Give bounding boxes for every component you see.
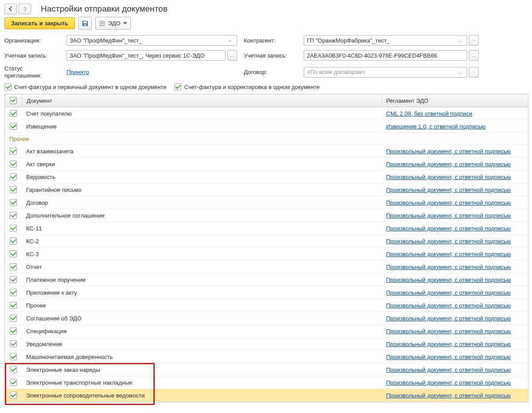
reglament-link[interactable]: Произвольный документ, с ответной подпис…	[386, 161, 511, 168]
row-checkbox[interactable]	[10, 238, 17, 245]
reglament-link[interactable]: Извещение 1.0, с ответной подписью	[386, 123, 485, 130]
col-doc-header[interactable]: Документ	[22, 94, 382, 107]
reglament-link[interactable]: Произвольный документ, с ответной подпис…	[386, 277, 511, 283]
org-label: Организация:	[4, 37, 60, 44]
more-icon[interactable]: …	[456, 37, 464, 44]
table-row[interactable]: СпецификацияПроизвольный документ, с отв…	[5, 325, 528, 338]
account-label: Учетная запись:	[4, 52, 60, 59]
row-checkbox[interactable]	[10, 302, 17, 309]
table-row[interactable]: КС-11Произвольный документ, с ответной п…	[5, 222, 528, 235]
table-row[interactable]: ОтчетПроизвольный документ, с ответной п…	[5, 261, 528, 273]
row-checkbox[interactable]	[10, 263, 17, 270]
reglament-link[interactable]: Произвольный документ, с ответной подпис…	[386, 174, 511, 180]
table-row[interactable]: Платежное поручениеПроизвольный документ…	[5, 273, 528, 286]
table-row[interactable]: Акт сверкиПроизвольный документ, с ответ…	[5, 158, 528, 171]
reglament-link[interactable]: Произвольный документ, с ответной подпис…	[386, 148, 511, 155]
nav-back-button[interactable]	[4, 4, 17, 14]
row-checkbox[interactable]	[10, 199, 17, 206]
row-checkbox[interactable]	[10, 379, 17, 386]
reglament-link[interactable]: Произвольный документ, с ответной подпис…	[386, 212, 511, 219]
reglament-link[interactable]: Произвольный документ, с ответной подпис…	[386, 366, 511, 373]
reglament-link[interactable]: Произвольный документ, с ответной подпис…	[386, 392, 511, 399]
edo-dropdown[interactable]: ЭДО	[95, 17, 131, 30]
row-doc-cell: Дополнительное соглашение	[22, 209, 382, 222]
check-invoice-correction[interactable]: Счет-фактура и корректировка в одном док…	[174, 83, 320, 90]
account2-label: Учетная запись:	[244, 52, 297, 59]
row-checkbox[interactable]	[10, 148, 17, 155]
table-row[interactable]: ИзвещениеИзвещение 1.0, с ответной подпи…	[5, 120, 528, 133]
row-checkbox[interactable]	[10, 186, 17, 193]
row-checkbox[interactable]	[10, 289, 17, 296]
table-row[interactable]: Акт взаимозачетаПроизвольный документ, с…	[5, 145, 528, 158]
row-checkbox[interactable]	[10, 276, 17, 283]
row-checkbox[interactable]	[10, 315, 17, 322]
table-row[interactable]: Счет покупателюCML 2.08, без ответной по…	[5, 107, 528, 120]
reglament-link[interactable]: Произвольный документ, с ответной подпис…	[386, 251, 511, 257]
account-more-button[interactable]: …	[227, 50, 237, 61]
more-icon[interactable]: …	[456, 69, 464, 76]
reglament-link[interactable]: Произвольный документ, с ответной подпис…	[386, 289, 511, 296]
row-checkbox[interactable]	[10, 160, 17, 168]
account2-field[interactable]: 2AEA3A0B3F0-4C6D-4023-978E-F99CED4FBB66	[304, 50, 467, 61]
account-field[interactable]: ЗАО "ПрофМедФин"_тест_, Через сервис 1С-…	[66, 50, 226, 61]
table-row[interactable]: Электронные транспортные накладныеПроизв…	[5, 376, 528, 389]
open-icon[interactable]: ▫	[226, 37, 234, 44]
row-doc-cell: Уведомление	[22, 338, 382, 350]
table-row[interactable]: КС-2Произвольный документ, с ответной по…	[5, 235, 528, 248]
row-checkbox[interactable]	[10, 353, 17, 360]
table-row[interactable]: Электронные заказ-нарядыПроизвольный док…	[5, 363, 528, 376]
col-reg-header[interactable]: Регламент ЭДО	[382, 94, 528, 107]
contract-label: Договор:	[244, 69, 297, 75]
contract-open-button[interactable]: ▫	[469, 67, 479, 78]
table-row[interactable]: Дополнительное соглашениеПроизвольный до…	[5, 209, 528, 222]
table-row[interactable]: Гарантийное письмоПроизвольный документ,…	[5, 183, 528, 196]
reglament-link[interactable]: Произвольный документ, с ответной подпис…	[386, 187, 511, 193]
counterparty-open-button[interactable]: ▫	[469, 35, 479, 46]
row-checkbox[interactable]	[10, 250, 17, 257]
reglament-link[interactable]: Произвольный документ, с ответной подпис…	[386, 199, 511, 206]
checkbox-icon	[174, 83, 181, 90]
row-checkbox[interactable]	[10, 327, 17, 335]
nav-forward-button[interactable]	[19, 4, 31, 14]
table-row[interactable]: Электронные сопроводительные ведомостиПр…	[5, 389, 528, 402]
table-row[interactable]: Приложение к актуПроизвольный документ, …	[5, 286, 528, 299]
reglament-link[interactable]: CML 2.08, без ответной подписи	[386, 110, 472, 117]
contract-field[interactable]: <По всем договорам>…	[304, 67, 467, 78]
check-invoice-primary[interactable]: Счет-фактура и первичный документ в одно…	[4, 83, 166, 90]
table-row[interactable]: ВедомостьПроизвольный документ, с ответн…	[5, 171, 528, 183]
table-row[interactable]: Машиночитаемая доверенностьПроизвольный …	[5, 351, 528, 363]
reglament-link[interactable]: Произвольный документ, с ответной подпис…	[386, 379, 511, 386]
row-checkbox[interactable]	[10, 110, 17, 117]
header-checkbox[interactable]	[10, 97, 17, 104]
reglament-link[interactable]: Произвольный документ, с ответной подпис…	[386, 225, 511, 232]
row-checkbox[interactable]	[10, 340, 17, 347]
row-doc-cell: Акт взаимозачета	[22, 145, 382, 157]
reglament-link[interactable]: Произвольный документ, с ответной подпис…	[386, 315, 511, 322]
table-row[interactable]: ДоговорПроизвольный документ, с ответной…	[5, 196, 528, 209]
reglament-link[interactable]: Произвольный документ, с ответной подпис…	[386, 238, 511, 245]
table-row[interactable]: ПрочееПроизвольный документ, с ответной …	[5, 299, 528, 312]
org-field[interactable]: ЗАО "ПрофМедФин"_тест_▫	[66, 35, 237, 46]
row-checkbox[interactable]	[10, 123, 17, 130]
row-checkbox[interactable]	[10, 212, 17, 219]
row-doc-cell: Электронные заказ-наряды	[22, 363, 382, 376]
row-checkbox[interactable]	[10, 173, 17, 180]
row-checkbox[interactable]	[10, 392, 17, 399]
status-link[interactable]: Принято	[66, 69, 89, 75]
reglament-link[interactable]: Произвольный документ, с ответной подпис…	[386, 328, 511, 335]
table-row[interactable]: УведомлениеПроизвольный документ, с отве…	[5, 338, 528, 351]
reglament-link[interactable]: Произвольный документ, с ответной подпис…	[386, 341, 511, 347]
counterparty-field[interactable]: ГП "ОранжМорФабрика"_тест_…	[304, 35, 467, 46]
row-checkbox[interactable]	[10, 366, 17, 373]
row-doc-cell: КС-3	[22, 248, 382, 260]
account2-more-button[interactable]: …	[469, 50, 479, 61]
table-row[interactable]: КС-3Произвольный документ, с ответной по…	[5, 248, 528, 261]
row-checkbox[interactable]	[10, 225, 17, 232]
reglament-link[interactable]: Произвольный документ, с ответной подпис…	[386, 354, 511, 360]
row-doc-cell: Машиночитаемая доверенность	[22, 351, 382, 363]
reglament-link[interactable]: Произвольный документ, с ответной подпис…	[386, 264, 511, 270]
save-button[interactable]	[78, 17, 92, 30]
table-row[interactable]: Соглашение об ЭДОПроизвольный документ, …	[5, 312, 528, 325]
reglament-link[interactable]: Произвольный документ, с ответной подпис…	[386, 302, 511, 309]
save-close-button[interactable]: Записать и закрыть	[4, 17, 75, 29]
